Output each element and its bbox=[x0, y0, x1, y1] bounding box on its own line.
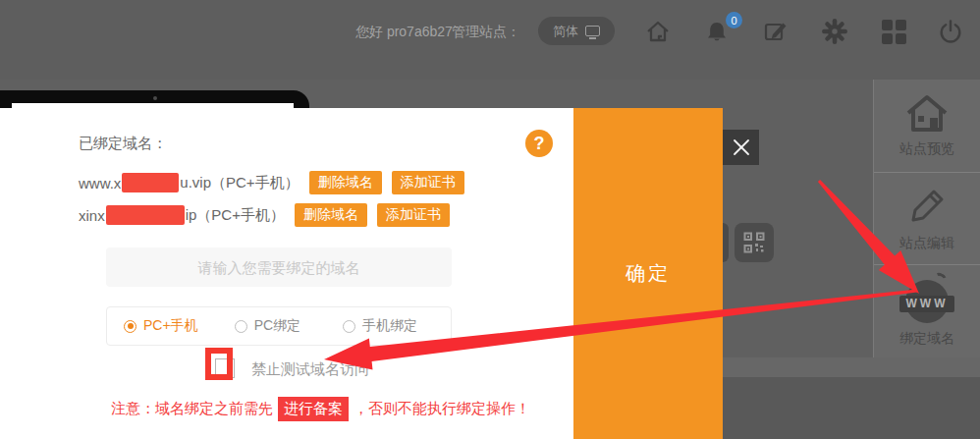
language-switch-button[interactable]: 简体 bbox=[538, 17, 615, 45]
note-text-post: ，否则不能执行绑定操作！ bbox=[354, 400, 530, 418]
domain-input[interactable] bbox=[106, 247, 452, 287]
radio-dot-icon bbox=[235, 320, 247, 333]
add-certificate-button[interactable]: 添加证书 bbox=[377, 203, 450, 227]
camera-dot bbox=[153, 96, 157, 100]
bound-domain-row: xinxip（PC+手机） 删除域名 添加证书 bbox=[79, 202, 450, 228]
checkbox-highlight-annotation bbox=[205, 348, 233, 380]
radio-pc-bind[interactable]: PC绑定 bbox=[235, 317, 300, 335]
user-greeting: 您好 pro7a6b27 bbox=[355, 24, 453, 41]
page: 您好 pro7a6b27 管理站点： 简体 0 bbox=[0, 0, 980, 439]
radio-pc-and-mobile[interactable]: PC+手机 bbox=[124, 317, 198, 335]
notification-count-badge: 0 bbox=[726, 12, 742, 28]
bound-domains-label: 已绑定域名： bbox=[79, 135, 167, 153]
domain-text-prefix: xinx bbox=[79, 207, 105, 224]
radio-label: PC绑定 bbox=[254, 317, 300, 335]
sidebar-label: 站点编辑 bbox=[899, 235, 954, 252]
settings-gear-icon[interactable] bbox=[819, 16, 850, 47]
close-icon bbox=[732, 137, 751, 157]
redaction-mark bbox=[106, 205, 185, 225]
monitor-icon bbox=[585, 26, 600, 36]
home-icon[interactable] bbox=[642, 16, 674, 47]
radio-mobile-bind[interactable]: 手机绑定 bbox=[343, 317, 417, 335]
delete-domain-button[interactable]: 删除域名 bbox=[295, 203, 367, 227]
note-text-pre: 注意：域名绑定之前需先 bbox=[111, 400, 273, 418]
qr-code-icon bbox=[743, 232, 765, 253]
help-icon[interactable]: ? bbox=[525, 130, 553, 157]
add-certificate-button[interactable]: 添加证书 bbox=[392, 171, 464, 194]
qr-code-button[interactable] bbox=[735, 223, 774, 262]
icp-filing-link[interactable]: 进行备案 bbox=[278, 397, 349, 421]
bound-domain-row: www.xu.vip（PC+手机） 删除域名 添加证书 bbox=[79, 170, 464, 195]
domain-text-prefix: www.x bbox=[79, 175, 121, 192]
confirm-button[interactable]: 确定 bbox=[573, 108, 723, 439]
power-logout-icon[interactable] bbox=[935, 16, 966, 47]
icp-note: 注意：域名绑定之前需先 进行备案 ，否则不能执行绑定操作！ bbox=[111, 397, 530, 421]
delete-domain-button[interactable]: 删除域名 bbox=[309, 171, 382, 194]
radio-label: PC+手机 bbox=[143, 317, 198, 335]
bind-domain-dialog: ? 已绑定域名： www.xu.vip（PC+手机） 删除域名 添加证书 xin… bbox=[0, 108, 575, 439]
language-label: 简体 bbox=[553, 23, 578, 40]
close-dialog-button[interactable] bbox=[723, 130, 759, 165]
edit-icon[interactable] bbox=[760, 16, 791, 47]
sidebar-label: 绑定域名 bbox=[899, 330, 954, 348]
forbid-test-domain-label: 禁止测试域名访问 bbox=[251, 360, 369, 379]
right-sidebar: 站点预览 站点编辑 WWW 绑定域名 bbox=[873, 80, 980, 357]
manage-site-label: 管理站点： bbox=[452, 24, 520, 41]
radio-label: 手机绑定 bbox=[362, 317, 417, 335]
bind-mode-radio-group: PC+手机 PC绑定 手机绑定 bbox=[106, 306, 452, 346]
apps-grid-icon[interactable] bbox=[878, 16, 909, 47]
radio-dot-icon bbox=[124, 320, 136, 333]
www-text: WWW bbox=[899, 296, 954, 312]
radio-dot-icon bbox=[343, 320, 355, 333]
domain-text-suffix: ip（PC+手机） bbox=[186, 206, 285, 225]
pencil-icon bbox=[905, 185, 949, 228]
sidebar-item-bind-domain[interactable]: WWW 绑定域名 bbox=[874, 265, 980, 357]
sidebar-item-site-preview[interactable]: 站点预览 bbox=[874, 80, 980, 173]
sidebar-item-site-edit[interactable]: 站点编辑 bbox=[874, 173, 980, 266]
sidebar-label: 站点预览 bbox=[899, 140, 954, 158]
house-icon bbox=[904, 92, 950, 134]
www-globe-icon: WWW bbox=[899, 276, 954, 323]
redaction-mark bbox=[122, 173, 179, 192]
domain-text-suffix: u.vip（PC+手机） bbox=[180, 174, 299, 192]
